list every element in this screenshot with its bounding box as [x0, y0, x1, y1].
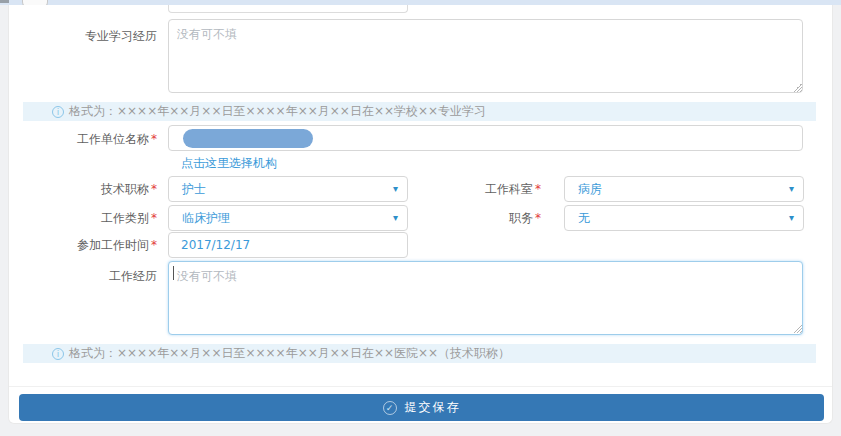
- work-unit-input[interactable]: [168, 125, 803, 151]
- chevron-down-icon: ▾: [393, 206, 398, 230]
- duty-select[interactable]: 无 ▾: [564, 205, 804, 231]
- work-experience-label: 工作经历: [9, 263, 157, 289]
- work-category-select[interactable]: 临床护理 ▾: [168, 205, 408, 231]
- chevron-down-icon: ▾: [789, 206, 794, 230]
- browser-chrome-fragment: [0, 0, 9, 3]
- choose-institution-link[interactable]: 点击这里选择机构: [181, 155, 277, 171]
- work-format-note-text: 格式为：××××年××月××日至××××年××月××日在××医院××（技术职称）: [69, 345, 510, 362]
- work-dept-select[interactable]: 病房 ▾: [564, 176, 804, 202]
- text-cursor: [173, 266, 174, 280]
- work-start-date-input[interactable]: [168, 232, 408, 258]
- footer-divider: [9, 386, 832, 387]
- study-format-note-bar: i 格式为：××××年××月××日至××××年××月××日在××学校××专业学习: [23, 102, 816, 121]
- work-experience-textarea[interactable]: [168, 261, 803, 335]
- chevron-down-icon: ▾: [393, 177, 398, 201]
- form-panel: 专业学习经历 i 格式为：××××年××月××日至××××年××月××日在××学…: [8, 5, 833, 424]
- required-asterisk: *: [151, 132, 157, 146]
- study-experience-textarea[interactable]: [168, 19, 803, 93]
- study-format-note-text: 格式为：××××年××月××日至××××年××月××日在××学校××专业学习: [69, 103, 486, 120]
- work-unit-label: 工作单位名称*: [9, 126, 157, 152]
- redaction-blob: [183, 129, 313, 148]
- required-asterisk: *: [151, 238, 157, 252]
- tech-title-label: 技术职称*: [9, 176, 157, 202]
- work-format-note-bar: i 格式为：××××年××月××日至××××年××月××日在××医院××（技术职…: [23, 344, 816, 363]
- cutoff-input-above[interactable]: [168, 5, 408, 13]
- work-dept-label: 工作科室*: [399, 176, 541, 202]
- required-asterisk: *: [535, 182, 541, 196]
- required-asterisk: *: [151, 182, 157, 196]
- submit-save-button[interactable]: ✓ 提交保存: [19, 394, 824, 421]
- duty-label: 职务*: [399, 205, 541, 231]
- form-page: 专业学习经历 i 格式为：××××年××月××日至××××年××月××日在××学…: [0, 0, 841, 436]
- check-circle-icon: ✓: [383, 401, 397, 415]
- required-asterisk: *: [151, 211, 157, 225]
- chevron-down-icon: ▾: [789, 177, 794, 201]
- info-circle-icon: i: [52, 106, 64, 118]
- submit-save-label: 提交保存: [405, 399, 461, 416]
- work-category-label: 工作类别*: [9, 205, 157, 231]
- duty-value: 无: [578, 211, 590, 225]
- tech-title-select[interactable]: 护士 ▾: [168, 176, 408, 202]
- work-category-value: 临床护理: [182, 211, 230, 225]
- work-dept-value: 病房: [578, 182, 602, 196]
- required-asterisk: *: [535, 211, 541, 225]
- info-circle-icon: i: [52, 348, 64, 360]
- study-experience-label: 专业学习经历: [9, 23, 157, 49]
- work-start-date-label: 参加工作时间*: [9, 232, 157, 258]
- tech-title-value: 护士: [182, 182, 206, 196]
